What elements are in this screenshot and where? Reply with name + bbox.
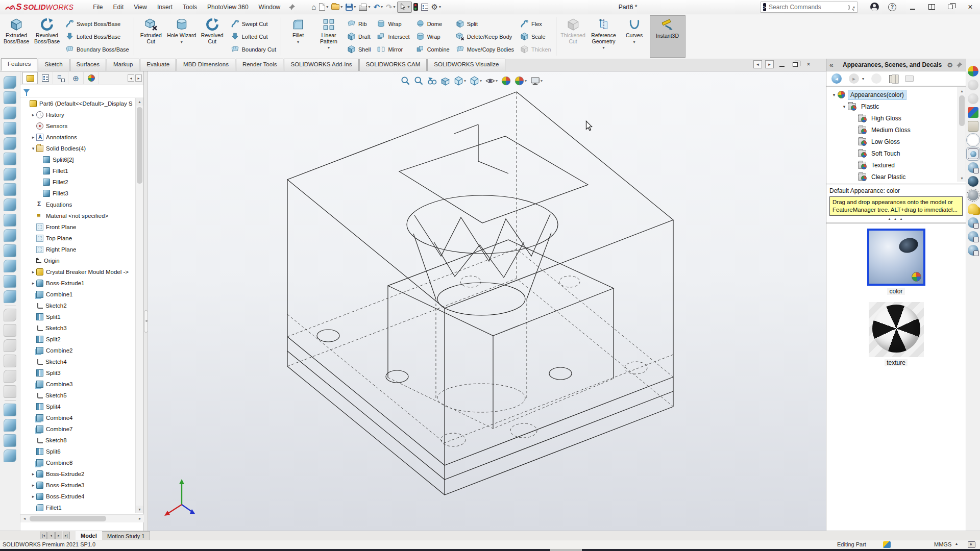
tree-item-combine3[interactable]: Combine3: [20, 379, 135, 390]
home-button[interactable]: ⌂: [310, 2, 317, 13]
menu-item[interactable]: Edit: [108, 2, 129, 13]
tree-item-boss-extrude3[interactable]: ▸ Boss-Extrude3: [20, 480, 135, 491]
tree-item-combine4[interactable]: Combine4: [20, 412, 135, 423]
swept-curve-icon[interactable]: [4, 107, 16, 119]
tab-evaluate[interactable]: Evaluate: [140, 59, 176, 71]
tree-item-sketch8[interactable]: Sketch8: [20, 435, 135, 446]
schedule-render-icon[interactable]: [968, 231, 978, 242]
nav-first-button[interactable]: |◂: [40, 532, 47, 539]
swept-boss-base-button[interactable]: Swept Boss/Base: [65, 19, 129, 29]
tab-features[interactable]: Features: [1, 58, 37, 71]
recall-last-render-icon[interactable]: [968, 245, 978, 256]
pin-menu-icon[interactable]: [287, 3, 297, 12]
previous-view-icon[interactable]: [426, 75, 438, 87]
expand-icon[interactable]: ▸: [30, 281, 36, 286]
scale-button[interactable]: Scale: [520, 32, 551, 42]
section-view-icon[interactable]: [439, 75, 451, 87]
menu-item[interactable]: PhotoView 360: [202, 2, 254, 13]
undo-button[interactable]: ↶▾: [372, 2, 384, 13]
rebuild-button[interactable]: [412, 2, 420, 13]
tag-icon[interactable]: [968, 541, 975, 548]
model-wireframe[interactable]: [148, 71, 826, 531]
tab-solidworks-visualize[interactable]: SOLIDWORKS Visualize: [427, 59, 505, 71]
view-orientation-icon[interactable]: ▾: [453, 75, 467, 87]
propertymanager-tab[interactable]: [38, 72, 53, 84]
delete-keep-body-icon[interactable]: [4, 229, 16, 242]
panel-tab-scroll-left[interactable]: ◂: [128, 74, 134, 82]
freeform-icon[interactable]: [4, 153, 16, 165]
curve-pattern-icon[interactable]: [4, 370, 16, 383]
tree-item-fillet1-body[interactable]: Fillet1: [20, 165, 135, 177]
magnifier-tool-icon[interactable]: [4, 449, 16, 462]
wrap2-button[interactable]: Wrap: [416, 32, 450, 42]
draft-button[interactable]: Draft: [347, 32, 371, 42]
clear-plastic-node[interactable]: Clear Plastic: [826, 171, 966, 183]
display-options-button[interactable]: [420, 2, 430, 13]
tree-item-combine8[interactable]: Combine8: [20, 457, 135, 468]
new-document-button[interactable]: ▾: [317, 2, 330, 13]
nav-next-button[interactable]: ▸: [55, 532, 62, 539]
nav-prev-button[interactable]: ◂: [47, 532, 55, 539]
render-region-icon[interactable]: [968, 190, 978, 201]
lasso-select-icon[interactable]: [4, 434, 16, 447]
move-copy-bodies-button[interactable]: Move/Copy Bodies: [456, 44, 514, 55]
dome-button[interactable]: Dome: [416, 19, 450, 29]
tree-item-split2[interactable]: Split2: [20, 334, 135, 345]
render-options-icon[interactable]: [968, 217, 978, 228]
units-label[interactable]: MMGS: [934, 541, 951, 547]
pane-splitter-dots[interactable]: ▴ ▴ ▴: [826, 217, 966, 223]
low-gloss-node[interactable]: Low Gloss: [826, 136, 966, 147]
pin-pane-icon[interactable]: [956, 62, 963, 68]
fillet-button[interactable]: Fillet▾: [283, 15, 313, 58]
paste-appearance-icon[interactable]: [968, 93, 978, 104]
combine-body-icon[interactable]: [4, 260, 16, 272]
pane-right-button[interactable]: ▸: [765, 60, 774, 68]
select-tool-button[interactable]: ▾: [397, 2, 412, 13]
displaymanager-tab[interactable]: [84, 72, 99, 84]
back-button[interactable]: ◂: [831, 73, 842, 84]
lofted-cut-button[interactable]: Lofted Cut: [231, 32, 276, 42]
zoom-to-fit-icon[interactable]: [400, 75, 411, 87]
shell-button[interactable]: Shell: [347, 44, 371, 55]
dimxpertmanager-tab[interactable]: ⊕: [68, 72, 84, 84]
high-gloss-node[interactable]: High Gloss: [826, 112, 966, 124]
thicken-button[interactable]: Thicken: [520, 44, 551, 55]
thickened-cut-button[interactable]: Thickened Cut: [558, 15, 589, 58]
tab-render-tools[interactable]: Render Tools: [236, 59, 284, 71]
box-select-icon[interactable]: [4, 419, 16, 432]
delete-keep-body-button[interactable]: Delete/Keep Body: [456, 32, 514, 42]
integrated-preview-icon[interactable]: [968, 162, 978, 173]
expand-icon[interactable]: ▸: [30, 483, 36, 488]
configurationmanager-tab[interactable]: [53, 72, 68, 84]
restore-button[interactable]: [944, 2, 957, 13]
search-input[interactable]: [769, 4, 848, 11]
view-settings-icon[interactable]: ▾: [529, 75, 544, 87]
search-commands-box[interactable]: ▾: [761, 2, 857, 13]
panel-splitter[interactable]: [144, 71, 148, 531]
mirror-body-icon[interactable]: [4, 290, 16, 303]
rib-button[interactable]: Rib: [347, 19, 371, 29]
combine-button[interactable]: Combine: [416, 44, 450, 55]
expand-icon[interactable]: ▾: [841, 104, 848, 109]
boundary-boss-icon[interactable]: [4, 137, 16, 150]
graphics-viewport[interactable]: ▾ ▾ ▾ ▾ ▾: [148, 71, 826, 531]
split-body-icon[interactable]: [4, 244, 16, 257]
doc-restore-button[interactable]: [790, 60, 800, 68]
tree-item-front-plane[interactable]: Front Plane: [20, 221, 135, 233]
edit-appearance-icon[interactable]: [500, 75, 512, 87]
nav-last-button[interactable]: ▸|: [63, 532, 70, 539]
appearance-thumbnail-texture[interactable]: [869, 302, 924, 357]
boundary-cut-button[interactable]: Boundary Cut: [231, 44, 276, 55]
apply-scene-icon[interactable]: ▾: [513, 75, 528, 87]
tree-item-sketch2[interactable]: Sketch2: [20, 300, 135, 311]
tree-item-split1[interactable]: Split1: [20, 311, 135, 322]
mirror-pattern-icon[interactable]: [4, 355, 16, 367]
tree-item-history[interactable]: ▸ History: [20, 109, 135, 120]
save-button[interactable]: ▾: [344, 2, 357, 13]
menu-item[interactable]: File: [88, 2, 108, 13]
hole-wizard-button[interactable]: Hole Wizard▾: [166, 15, 197, 58]
revolved-boss-icon[interactable]: [4, 91, 16, 104]
panel-tab-scroll-right[interactable]: ▸: [135, 74, 142, 82]
doc-minimize-button[interactable]: [777, 60, 787, 68]
tree-item-fillet1[interactable]: Fillet1: [20, 502, 135, 513]
